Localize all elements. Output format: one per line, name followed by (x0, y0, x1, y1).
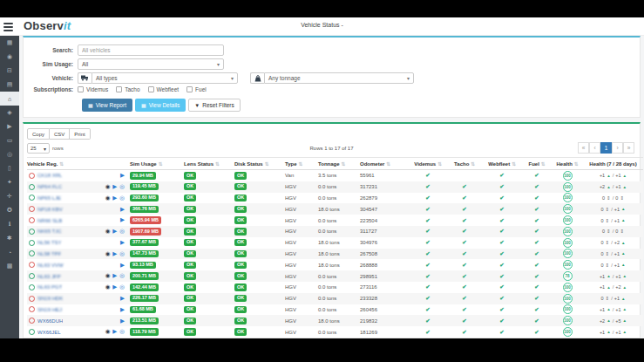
column-header-disk[interactable]: Disk Status⇅ (234, 161, 285, 167)
vehicle-reg-link[interactable]: NP64 FLC (37, 184, 62, 189)
first-page-button[interactable]: « (578, 142, 589, 154)
vehicle-reg-link[interactable]: NL63 JFP (37, 274, 61, 279)
column-header-ton[interactable]: Tonnage⇅ (318, 161, 360, 167)
tonnage-select[interactable]: Any tonnage▾ (264, 72, 414, 84)
home-icon[interactable]: ⌂ (0, 92, 19, 106)
vehicle-reg-link[interactable]: NP65 LJE (37, 195, 61, 201)
camera-icon[interactable]: ◉ (105, 273, 111, 279)
csv-button[interactable]: CSV (50, 128, 70, 140)
camera-icon[interactable]: ◉ (105, 251, 111, 257)
sort-icon[interactable]: ⇅ (471, 161, 475, 167)
eye-icon[interactable]: ◎ (119, 195, 125, 201)
vehicle-reg-link[interactable]: NL63 VVW (37, 263, 64, 268)
sim-usage-select[interactable]: All▾ (78, 58, 224, 70)
page-number-button[interactable]: 1 (600, 142, 612, 154)
column-header-h728[interactable]: Health (7 / 28 days) (583, 161, 643, 167)
monitoring-eye-icon[interactable]: ◎ (0, 147, 19, 161)
column-header-odo[interactable]: Odometer⇅ (360, 161, 409, 167)
next-page-button[interactable]: › (612, 142, 623, 154)
camera-icon[interactable]: ◉ (0, 50, 19, 64)
copy-button[interactable]: Copy (27, 128, 50, 140)
network-icon[interactable]: ✦ (0, 175, 19, 189)
sort-icon[interactable]: ⇅ (437, 161, 442, 167)
view-details-button[interactable]: ▦ View Details (135, 99, 186, 112)
play-icon[interactable]: ▶ (112, 195, 117, 201)
vehicle-reg-link[interactable]: SN19 HDK (37, 296, 63, 301)
eye-icon[interactable]: ◎ (119, 184, 125, 190)
mobile-icon[interactable]: ▯ (0, 161, 19, 175)
camera-icon[interactable]: ◉ (105, 229, 111, 235)
prev-page-button[interactable]: ‹ (589, 142, 600, 154)
vehicle-reg-link[interactable]: NL63 PGT (37, 284, 62, 290)
search-input[interactable] (78, 44, 224, 56)
sort-icon[interactable]: ⇅ (159, 161, 163, 167)
play-icon[interactable]: ▶ (120, 207, 125, 213)
column-header-tac[interactable]: Tacho⇅ (447, 161, 482, 167)
tools-icon[interactable]: ✛ (0, 189, 19, 203)
play-icon[interactable]: ▶ (120, 240, 125, 246)
play-icon[interactable]: ▶ (112, 184, 117, 190)
view-report-button[interactable]: ▦ View Report (82, 99, 132, 112)
sort-icon[interactable]: ⇅ (265, 161, 269, 167)
playback-icon[interactable]: ▶ (0, 120, 19, 133)
vehicle-reg-link[interactable]: CK18 XRL (37, 173, 62, 178)
last-page-button[interactable]: » (623, 142, 634, 154)
sort-icon[interactable]: ⇅ (574, 161, 579, 167)
vehicle-reg-link[interactable]: NK65 TJC (37, 229, 62, 234)
sort-icon[interactable]: ⇅ (386, 161, 390, 167)
camera-icon[interactable]: ◉ (105, 284, 111, 290)
vehicle-reg-link[interactable]: SN19 HEJ (37, 307, 62, 312)
column-header-type[interactable]: Type⇅ (285, 161, 318, 167)
print-button[interactable]: Print (70, 128, 90, 140)
eye-icon[interactable]: ◎ (119, 284, 125, 290)
eye-icon[interactable]: ◎ (119, 229, 125, 235)
help-icon[interactable]: ◔ (0, 245, 19, 259)
column-header-vid[interactable]: Videmus⇅ (409, 161, 447, 167)
sort-icon[interactable]: ⇅ (215, 161, 220, 167)
dashboard-icon[interactable]: ▦ (0, 36, 19, 50)
eye-icon[interactable]: ◎ (119, 273, 125, 279)
sort-icon[interactable]: ⇅ (59, 161, 64, 167)
fleet-icon[interactable]: ◈ (0, 106, 19, 120)
subscription-checkbox-fuel[interactable]: Fuel (186, 86, 207, 92)
subscription-checkbox-webfleet[interactable]: Webfleet (148, 86, 180, 92)
column-header-lens[interactable]: Lens Status⇅ (184, 161, 234, 167)
camera-icon[interactable]: ◉ (105, 184, 111, 190)
play-icon[interactable]: ▶ (120, 318, 125, 324)
vehicle-type-select[interactable]: All types▾ (92, 72, 238, 84)
column-header-reg[interactable]: Vehicle Reg.⇅ (27, 161, 130, 167)
camera-icon[interactable]: ◉ (105, 329, 111, 335)
gallery-icon[interactable]: ▩ (0, 259, 19, 273)
sort-icon[interactable]: ⇅ (299, 161, 303, 167)
sort-icon[interactable]: ⇅ (342, 161, 346, 167)
vehicle-reg-link[interactable]: WX66JEL (37, 330, 61, 335)
vehicle-icon[interactable]: ⊟ (0, 64, 19, 78)
eye-icon[interactable]: ◎ (119, 251, 125, 257)
play-icon[interactable]: ▶ (112, 273, 117, 279)
play-icon[interactable]: ▶ (112, 229, 117, 235)
play-icon[interactable]: ▶ (112, 284, 117, 290)
column-header-fuel[interactable]: Fuel⇅ (522, 161, 552, 167)
play-icon[interactable]: ▶ (120, 263, 125, 269)
settings-gear-icon[interactable]: ✱ (0, 231, 19, 245)
vehicle-reg-link[interactable]: WX66DUH (37, 318, 63, 324)
display-icon[interactable]: ▭ (0, 133, 19, 147)
vehicle-reg-link[interactable]: NP18 KBV (37, 207, 63, 212)
play-icon[interactable]: ▶ (120, 296, 125, 302)
play-icon[interactable]: ▶ (120, 173, 125, 179)
sort-icon[interactable]: ⇅ (541, 161, 546, 167)
camera-icon[interactable]: ◉ (105, 195, 111, 201)
info-icon[interactable]: ℹ (0, 217, 19, 231)
eye-icon[interactable]: ◎ (119, 329, 125, 335)
user-icon[interactable]: ✪ (0, 203, 19, 217)
play-icon[interactable]: ▶ (112, 329, 117, 335)
vehicle-reg-link[interactable]: NL56 TSY (37, 240, 62, 245)
column-header-web[interactable]: Webfleet⇅ (482, 161, 522, 167)
subscription-checkbox-videmus[interactable]: Videmus (78, 86, 108, 92)
play-icon[interactable]: ▶ (112, 251, 117, 257)
play-icon[interactable]: ▶ (120, 217, 125, 223)
reset-filters-button[interactable]: ▼ Reset Filters (188, 99, 240, 112)
media-card-icon[interactable]: ▤ (0, 78, 19, 92)
vehicle-reg-link[interactable]: NR66 SLB (37, 218, 62, 223)
column-header-hp[interactable]: Health⇅ (552, 161, 583, 167)
